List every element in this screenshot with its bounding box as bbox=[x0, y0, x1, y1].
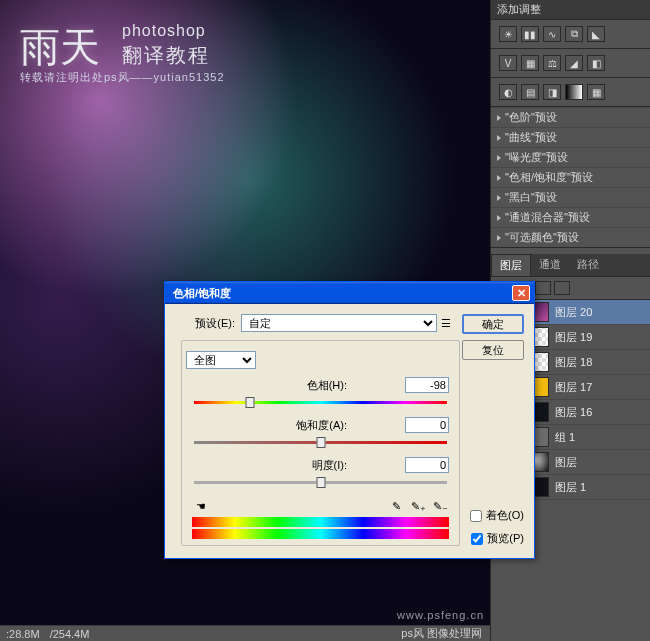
layer-name: 图层 20 bbox=[555, 305, 592, 320]
tab-channels[interactable]: 通道 bbox=[531, 254, 569, 276]
watermark-line2: 翻译教程 bbox=[122, 42, 210, 69]
tab-paths[interactable]: 路径 bbox=[569, 254, 607, 276]
chevron-right-icon bbox=[497, 175, 501, 181]
finger-icon[interactable]: ☚ bbox=[192, 497, 210, 515]
channel-mixer-icon[interactable]: ⚖ bbox=[543, 55, 561, 71]
preset-menu-icon[interactable]: ☰ bbox=[437, 314, 455, 332]
preset-bw[interactable]: "黑白"预设 bbox=[491, 187, 650, 207]
colorize-checkbox[interactable]: 着色(O) bbox=[470, 508, 524, 523]
dialog-title: 色相/饱和度 bbox=[169, 286, 512, 301]
status-zoom: :28.8M/254.4M bbox=[6, 628, 99, 640]
chevron-right-icon bbox=[497, 155, 501, 161]
layer-name: 图层 bbox=[555, 455, 577, 470]
hue-label: 色相(H): bbox=[192, 378, 405, 393]
selective-color-icon[interactable]: ◧ bbox=[587, 55, 605, 71]
preset-select[interactable]: 自定 bbox=[241, 314, 437, 332]
chevron-right-icon bbox=[497, 115, 501, 121]
adjustments-icons-row3: ◐ ▤ ◨ ▦ bbox=[491, 78, 650, 107]
layer-name: 图层 1 bbox=[555, 480, 586, 495]
vibrance-icon[interactable]: ◣ bbox=[587, 26, 605, 42]
threshold-icon[interactable]: ◨ bbox=[543, 84, 561, 100]
watermark-site: www.psfeng.cn bbox=[397, 609, 484, 621]
adjustment-presets: "色阶"预设 "曲线"预设 "曝光度"预设 "色相/饱和度"预设 "黑白"预设 … bbox=[491, 107, 650, 248]
layer-name: 图层 19 bbox=[555, 330, 592, 345]
lightness-label: 明度(I): bbox=[192, 458, 405, 473]
lightness-slider[interactable] bbox=[194, 475, 447, 489]
gradient-icon[interactable] bbox=[565, 84, 583, 100]
edit-select[interactable]: 全图 bbox=[186, 351, 256, 369]
status-right: ps风 图像处理网 bbox=[401, 626, 482, 641]
watermark-main: 雨天 bbox=[20, 20, 100, 75]
layer-name: 组 1 bbox=[555, 430, 575, 445]
preset-levels[interactable]: "色阶"预设 bbox=[491, 107, 650, 127]
dialog-titlebar[interactable]: 色相/饱和度 ✕ bbox=[165, 282, 534, 304]
saturation-slider[interactable] bbox=[194, 435, 447, 449]
preset-selective-color[interactable]: "可选颜色"预设 bbox=[491, 227, 650, 247]
preset-channel-mixer[interactable]: "通道混合器"预设 bbox=[491, 207, 650, 227]
preset-exposure[interactable]: "曝光度"预设 bbox=[491, 147, 650, 167]
chevron-right-icon bbox=[497, 235, 501, 241]
watermark-line1: photoshop bbox=[122, 22, 206, 40]
watermark-credit: 转载请注明出处ps风——yutian51352 bbox=[20, 70, 225, 85]
brightness-icon[interactable]: ☀ bbox=[499, 26, 517, 42]
adjustments-title: 添加调整 bbox=[491, 0, 650, 20]
invert-icon[interactable]: ◐ bbox=[499, 84, 517, 100]
lock-all-icon[interactable] bbox=[554, 281, 570, 295]
eyedropper-add-icon[interactable]: ✎₊ bbox=[409, 497, 427, 515]
curves-icon[interactable]: ∿ bbox=[543, 26, 561, 42]
posterize-icon[interactable]: ▤ bbox=[521, 84, 539, 100]
chevron-right-icon bbox=[497, 195, 501, 201]
tab-layers[interactable]: 图层 bbox=[491, 254, 531, 276]
exposure-icon[interactable]: ⧉ bbox=[565, 26, 583, 42]
adjustments-icons-row2: V ▦ ⚖ ◢ ◧ bbox=[491, 49, 650, 78]
preview-checkbox[interactable]: 预览(P) bbox=[471, 531, 524, 546]
eyedropper-icon[interactable]: ✎ bbox=[387, 497, 405, 515]
lut-icon[interactable]: ▦ bbox=[587, 84, 605, 100]
bw-icon[interactable]: V bbox=[499, 55, 517, 71]
levels-icon[interactable]: ▮▮ bbox=[521, 26, 539, 42]
hue-slider[interactable] bbox=[194, 395, 447, 409]
panel-tabs: 图层 通道 路径 bbox=[491, 254, 650, 277]
saturation-input[interactable] bbox=[405, 417, 449, 433]
close-button[interactable]: ✕ bbox=[512, 285, 530, 301]
lightness-input[interactable] bbox=[405, 457, 449, 473]
gradient-map-icon[interactable]: ◢ bbox=[565, 55, 583, 71]
status-bar: :28.8M/254.4M ps风 图像处理网 bbox=[0, 625, 490, 641]
adjustments-icons-row1: ☀ ▮▮ ∿ ⧉ ◣ bbox=[491, 20, 650, 49]
hue-input[interactable] bbox=[405, 377, 449, 393]
chevron-right-icon bbox=[497, 215, 501, 221]
ok-button[interactable]: 确定 bbox=[462, 314, 524, 334]
layer-name: 图层 17 bbox=[555, 380, 592, 395]
cancel-button[interactable]: 复位 bbox=[462, 340, 524, 360]
saturation-label: 饱和度(A): bbox=[192, 418, 405, 433]
preset-curves[interactable]: "曲线"预设 bbox=[491, 127, 650, 147]
layer-name: 图层 18 bbox=[555, 355, 592, 370]
hue-saturation-dialog: 色相/饱和度 ✕ 预设(E): 自定 ☰ 全图 色相(H): 饱和度(A): bbox=[164, 281, 535, 559]
layer-name: 图层 16 bbox=[555, 405, 592, 420]
lock-position-icon[interactable] bbox=[535, 281, 551, 295]
eyedropper-sub-icon[interactable]: ✎₋ bbox=[431, 497, 449, 515]
preset-hue-sat[interactable]: "色相/饱和度"预设 bbox=[491, 167, 650, 187]
hue-bar-bottom bbox=[192, 529, 449, 539]
hue-bar-top bbox=[192, 517, 449, 527]
photo-filter-icon[interactable]: ▦ bbox=[521, 55, 539, 71]
preset-label: 预设(E): bbox=[177, 316, 235, 331]
edit-group: 全图 色相(H): 饱和度(A): 明度(I): ☚ bbox=[181, 340, 460, 546]
chevron-right-icon bbox=[497, 135, 501, 141]
